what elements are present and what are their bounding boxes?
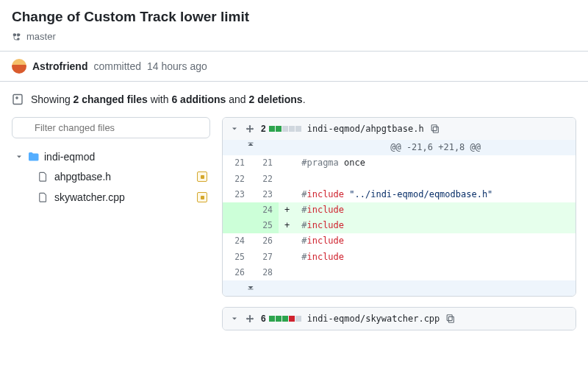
new-line-num: 25 (251, 218, 279, 233)
chevron-down-icon (15, 152, 24, 161)
summary-additions: 6 additions (171, 93, 226, 105)
copy-icon[interactable] (430, 124, 440, 134)
commit-title: Change of Custom Track lower limit (12, 9, 576, 25)
diff-line[interactable]: 25+#include (223, 218, 576, 233)
diff-mark: + (279, 202, 295, 218)
commit-time: 14 hours ago (147, 60, 207, 72)
diffstat-square (276, 316, 282, 322)
summary-files: 2 changed files (74, 93, 148, 105)
copy-icon[interactable] (445, 314, 456, 324)
new-line-num: 23 (251, 187, 279, 202)
file-diff-icon[interactable] (12, 93, 24, 105)
diff-mark (279, 265, 295, 280)
diff-code (295, 265, 576, 280)
old-line-num: 26 (223, 265, 251, 280)
expand-icon[interactable] (245, 124, 255, 134)
folder-icon (28, 151, 40, 163)
diffstat-square (295, 126, 301, 132)
summary-deletions: 2 deletions (248, 93, 302, 105)
new-line-num: 22 (251, 171, 279, 187)
svg-rect-5 (433, 127, 438, 132)
commit-action: committed (93, 60, 141, 72)
branch-name[interactable]: master (26, 31, 56, 42)
diff-line[interactable]: 2426 #include (223, 233, 576, 249)
new-line-num: 26 (251, 233, 279, 249)
summary-with: with (151, 93, 169, 105)
diff-mark (279, 155, 295, 171)
diff-code: #include "../indi-eqmod/eqmodbase.h" (295, 187, 576, 202)
chevron-down-icon[interactable] (230, 314, 239, 323)
hunk-header: @@ -21,6 +21,8 @@ (295, 140, 576, 155)
filter-files-input[interactable] (12, 117, 210, 138)
diff-panel: 2 indi-eqmod/ahpgtbase.h @@ -21,6 +21,8 … (222, 117, 576, 341)
diff-mark (279, 233, 295, 249)
tree-file-label: ahpgtbase.h (54, 171, 111, 183)
branch-row: master (12, 31, 576, 42)
diff-code (295, 171, 576, 187)
tree-file[interactable]: ahpgtbase.h (12, 166, 210, 187)
old-line-num: 24 (223, 233, 251, 249)
diff-file: 6 indi-eqmod/skywatcher.cpp (222, 307, 576, 330)
expand-icon[interactable] (245, 314, 255, 324)
diff-mark (279, 187, 295, 202)
expand-up-row[interactable]: @@ -21,6 +21,8 @@ (223, 140, 576, 155)
tree-folder-label: indi-eqmod (44, 151, 95, 163)
commit-author[interactable]: Astrofriend (32, 60, 87, 72)
diff-line[interactable]: 24+#include (223, 202, 576, 218)
old-line-num: 23 (223, 187, 251, 202)
diff-mark (279, 250, 295, 265)
old-line-num: 21 (223, 155, 251, 171)
diffstat-square (269, 126, 275, 132)
file-icon (38, 192, 49, 202)
diff-mark (279, 171, 295, 187)
tree-file-label: skywatcher.cpp (54, 191, 125, 203)
diff-code: #pragma once (295, 155, 576, 171)
diff-line[interactable]: 2527 #include (223, 250, 576, 265)
diffstat-square (282, 316, 288, 322)
diff-summary: Showing 2 changed files with 6 additions… (0, 82, 588, 117)
diff-code: #include (295, 250, 576, 265)
diff-line[interactable]: 2628 (223, 265, 576, 280)
svg-rect-8 (248, 289, 254, 289)
svg-rect-6 (431, 125, 437, 131)
tree-folder[interactable]: indi-eqmod (12, 147, 210, 166)
new-line-num: 21 (251, 155, 279, 171)
diff-line[interactable]: 2121 #pragma once (223, 155, 576, 171)
diffstat-square (295, 316, 301, 322)
svg-rect-0 (13, 95, 22, 105)
old-line-num (223, 202, 251, 218)
diffstat-square (282, 126, 288, 132)
expand-down-row[interactable] (223, 280, 576, 296)
diff-file: 2 indi-eqmod/ahpgtbase.h @@ -21,6 +21,8 … (222, 117, 576, 297)
file-tree-sidebar: indi-eqmod ahpgtbase.h skywatcher.cpp (12, 117, 210, 208)
avatar[interactable] (12, 59, 26, 74)
diff-code: #include (295, 202, 576, 218)
modified-badge (197, 192, 207, 202)
diffstat-square (269, 316, 275, 322)
file-path[interactable]: indi-eqmod/ahpgtbase.h (307, 124, 424, 134)
modified-badge (197, 171, 207, 182)
file-path[interactable]: indi-eqmod/skywatcher.cpp (307, 314, 440, 324)
file-icon (38, 171, 49, 182)
diffstat-square (289, 316, 295, 322)
diffstat-square (276, 126, 282, 132)
svg-rect-10 (448, 315, 453, 321)
tree-file[interactable]: skywatcher.cpp (12, 187, 210, 208)
diffstat: 6 (261, 314, 301, 324)
svg-rect-9 (449, 317, 454, 323)
diff-line[interactable]: 2222 (223, 171, 576, 187)
diffstat-square (289, 126, 295, 132)
diff-mark: + (279, 218, 295, 233)
commit-meta: Astrofriend committed 14 hours ago (0, 52, 588, 82)
diff-line[interactable]: 2323 #include "../indi-eqmod/eqmodbase.h… (223, 187, 576, 202)
summary-prefix: Showing (31, 93, 71, 105)
diffstat-count: 2 (261, 124, 266, 134)
diff-code: #include (295, 218, 576, 233)
summary-suffix: . (303, 93, 306, 105)
new-line-num: 24 (251, 202, 279, 218)
diffstat-count: 6 (261, 314, 266, 324)
diffstat: 2 (261, 124, 301, 134)
chevron-down-icon[interactable] (230, 124, 239, 133)
svg-rect-7 (248, 143, 254, 144)
new-line-num: 28 (251, 265, 279, 280)
